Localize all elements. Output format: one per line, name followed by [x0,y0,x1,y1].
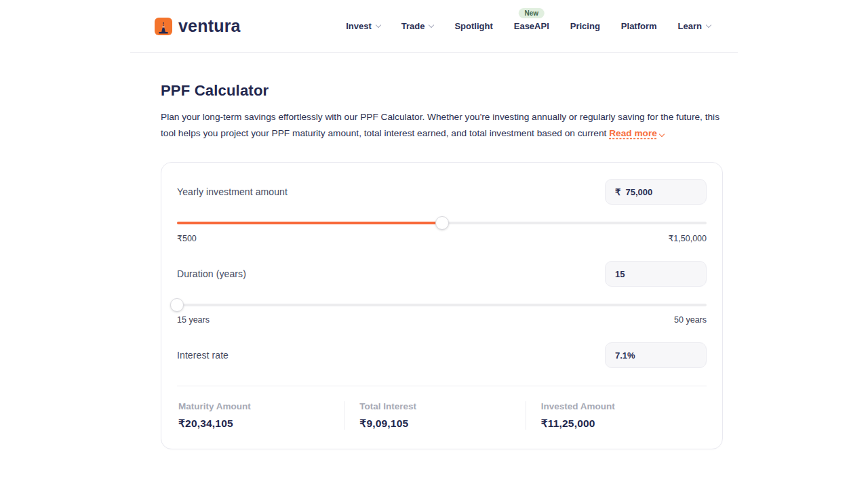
page-title: PPF Calculator [161,82,711,100]
yearly-investment-row: Yearly investment amount [177,179,707,205]
nav-pricing-label: Pricing [570,21,600,31]
results-section: Maturity Amount ₹20,34,105 Total Interes… [177,401,707,430]
chevron-down-icon [706,22,711,27]
interest-rate-row: Interest rate [177,342,707,368]
chevron-down-icon [429,22,434,27]
chevron-down-icon [375,22,380,27]
nav-item-platform[interactable]: Platform [621,21,657,31]
main-nav: Invest Trade Spotlight New EaseAPI Prici… [346,21,711,31]
read-more-label: Read more [609,128,657,138]
nav-item-spotlight[interactable]: Spotlight [454,21,492,31]
nav-easeapi-label: EaseAPI [514,21,549,31]
duration-row: Duration (years) [177,261,707,287]
duration-label: Duration (years) [177,268,246,279]
duration-input[interactable] [605,261,707,287]
page-description: Plan your long-term savings effortlessly… [161,109,719,142]
nav-invest-label: Invest [346,21,372,31]
interest-rate-input[interactable] [605,342,707,368]
results-divider [177,386,707,386]
total-interest-label: Total Interest [359,401,525,411]
yearly-investment-input[interactable] [605,179,707,205]
nav-learn-label: Learn [678,21,702,31]
nav-platform-label: Platform [621,21,657,31]
nav-item-easeapi[interactable]: New EaseAPI [514,21,549,31]
maturity-amount-value: ₹20,34,105 [178,418,344,430]
ventura-logo[interactable]: ventura [155,16,241,36]
min-value-label: 15 years [177,315,210,325]
lighthouse-logo-icon [155,18,172,35]
slider-handle[interactable] [435,216,449,230]
yearly-investment-label: Yearly investment amount [177,186,288,197]
site-header: ventura Invest Trade Spotlight New EaseA… [130,0,738,53]
yearly-investment-slider[interactable] [177,216,707,230]
page-container: ventura Invest Trade Spotlight New EaseA… [130,0,738,449]
duration-range: 15 years 50 years [177,315,707,325]
max-value-label: ₹1,50,000 [668,233,707,243]
invested-amount-result: Invested Amount ₹11,25,000 [526,401,707,430]
maturity-amount-label: Maturity Amount [178,401,344,411]
brand-wordmark: ventura [178,16,241,36]
slider-handle[interactable] [170,298,184,312]
read-more-link[interactable]: Read more [609,128,664,138]
interest-rate-label: Interest rate [177,350,229,361]
duration-slider[interactable] [177,298,707,312]
slider-fill [177,222,442,224]
min-value-label: ₹500 [177,233,197,243]
chevron-down-icon [659,131,665,137]
intro-section: PPF Calculator Plan your long-term savin… [130,53,738,142]
yearly-investment-range: ₹500 ₹1,50,000 [177,233,707,243]
slider-track[interactable] [177,304,707,306]
max-value-label: 50 years [674,315,707,325]
total-interest-result: Total Interest ₹9,09,105 [344,401,525,430]
ppf-calculator-card: Yearly investment amount ₹500 ₹1,50,000 … [161,162,723,449]
nav-item-learn[interactable]: Learn [678,21,711,31]
nav-spotlight-label: Spotlight [454,21,492,31]
nav-item-pricing[interactable]: Pricing [570,21,600,31]
invested-amount-value: ₹11,25,000 [541,418,707,430]
nav-trade-label: Trade [401,21,425,31]
new-badge: New [518,8,545,18]
invested-amount-label: Invested Amount [541,401,707,411]
nav-item-invest[interactable]: Invest [346,21,380,31]
total-interest-value: ₹9,09,105 [359,418,525,430]
maturity-amount-result: Maturity Amount ₹20,34,105 [177,401,344,430]
nav-item-trade[interactable]: Trade [401,21,434,31]
